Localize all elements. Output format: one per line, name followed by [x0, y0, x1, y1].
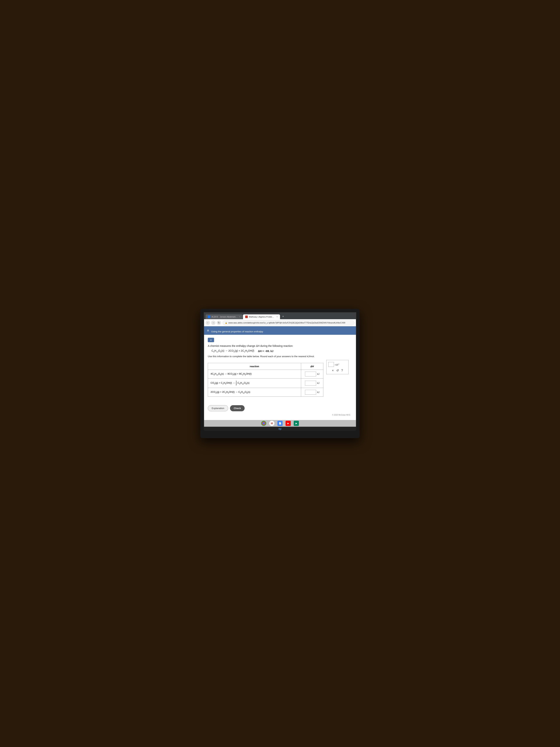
unit-2: kJ	[317, 382, 319, 384]
section-label: THERMOCHEMISTRY	[211, 328, 263, 330]
nav-buttons: ← → ↻	[206, 320, 221, 325]
laptop-bottom: hp	[204, 427, 356, 431]
aleks-tab[interactable]: ALEKS - Jeneen Abdelrahim - Le ×	[206, 314, 243, 319]
right-panel: ×10□ × ↺ ?	[326, 360, 348, 374]
reaction-3: 2CO2(g) + 2C2H5OH(l) → C6H12O6(s)	[208, 388, 301, 396]
panel-buttons: × ↺ ?	[328, 369, 346, 372]
reaction-table: reaction ΔH 4C6H12O6(s) → 8CO2(g) + 8C2H…	[208, 363, 323, 397]
youtube-taskbar-icon[interactable]: ▶	[286, 421, 291, 426]
address-bar-row: ← → ↻ 🔒 www-awu.aleks.com/alekscgi/x/Isl…	[204, 319, 356, 326]
section-title: Using the general properties of reaction…	[211, 330, 263, 333]
play-taskbar-icon[interactable]: ▶	[294, 421, 299, 426]
taskbar: ● M 📄 ▶ ▶	[204, 420, 356, 427]
x10-label: ×10□	[328, 362, 346, 367]
explanation-button[interactable]: Explanation	[208, 405, 228, 411]
answer-input-2[interactable]	[305, 381, 316, 386]
aleks-tab-label: ALEKS - Jeneen Abdelrahim - Le	[212, 316, 238, 318]
main-delta-h: ΔH = −69. kJ	[258, 350, 273, 353]
bottom-buttons: Explanation Check	[208, 405, 352, 413]
copyright: © 2020 McGraw-Hill E	[208, 413, 352, 417]
answer-2-cell: kJ	[301, 379, 323, 388]
hp-logo: hp	[278, 428, 282, 430]
help-button[interactable]: ?	[341, 369, 343, 372]
gmail-icon-symbol: M	[271, 422, 273, 425]
x10-text: ×10□	[335, 363, 339, 366]
problem-text: A chemist measures the enthalpy change Δ…	[208, 344, 352, 347]
main-reaction-formula: C6H12O6(s) → 2CO2(g) + 2C2H5OH(l)	[212, 349, 254, 353]
page-content: ≡ THERMOCHEMISTRY Using the general prop…	[204, 326, 356, 420]
lock-icon: 🔒	[225, 322, 227, 324]
forward-button[interactable]: →	[211, 320, 216, 325]
gmail-taskbar-icon[interactable]: M	[269, 421, 274, 426]
answer-input-1[interactable]	[305, 372, 316, 377]
reaction-2: CO2(g) + C2H5OH(l) → 12 C6H12O6(s)	[208, 379, 301, 388]
unit-3: kJ	[317, 391, 319, 393]
table-row: CO2(g) + C2H5OH(l) → 12 C6H12O6(s) kJ	[208, 379, 323, 388]
col-reaction-header: reaction	[208, 363, 301, 370]
table-wrapper: reaction ΔH 4C6H12O6(s) → 8CO2(g) + 8C2H…	[208, 360, 352, 400]
docs-icon-symbol: 📄	[279, 422, 282, 424]
answer-1-cell: kJ	[301, 370, 323, 379]
refresh-button[interactable]: ↻	[217, 320, 221, 325]
address-bar[interactable]: 🔒 www-awu.aleks.com/alekscgi/x/Isl.exe/1…	[222, 320, 354, 325]
mathway-tab-close[interactable]: ×	[276, 315, 278, 318]
col-deltah-header: ΔH	[301, 363, 323, 370]
youtube-icon-symbol: ▶	[287, 422, 289, 424]
chrome-taskbar-icon[interactable]: ●	[261, 421, 266, 426]
x10-input-box[interactable]	[328, 362, 334, 367]
docs-taskbar-icon[interactable]: 📄	[277, 421, 283, 426]
tab-bar: ALEKS - Jeneen Abdelrahim - Le × Mathway…	[206, 314, 354, 319]
play-icon-symbol: ▶	[296, 422, 297, 424]
main-reaction: C6H12O6(s) → 2CO2(g) + 2C2H5OH(l) ΔH = −…	[208, 349, 352, 353]
header-info: THERMOCHEMISTRY Using the general proper…	[211, 328, 263, 333]
clear-button[interactable]: ×	[332, 369, 334, 372]
browser-chrome: ALEKS - Jeneen Abdelrahim - Le × Mathway…	[204, 313, 356, 319]
url-text: www-awu.aleks.com/alekscgi/x/Isl.exe/1o_…	[228, 321, 345, 324]
mathway-favicon	[245, 315, 248, 318]
x10-superscript: □	[338, 363, 339, 365]
instruction-text: Use this information to complete the tab…	[208, 355, 352, 358]
check-button[interactable]: Check	[230, 405, 245, 411]
back-button[interactable]: ←	[206, 320, 210, 325]
hamburger-menu[interactable]: ≡	[207, 329, 209, 333]
answer-input-3[interactable]	[305, 390, 316, 395]
reaction-1: 4C6H12O6(s) → 8CO2(g) + 8C2H5OH(l)	[208, 370, 301, 379]
undo-button[interactable]: ↺	[336, 369, 339, 372]
mathway-tab-label: Mathway | Algebra Problem Solv	[249, 316, 275, 318]
content-area: ∨ A chemist measures the enthalpy change…	[204, 335, 356, 420]
table-row: 4C6H12O6(s) → 8CO2(g) + 8C2H5OH(l) kJ	[208, 370, 323, 379]
page-header: ≡ THERMOCHEMISTRY Using the general prop…	[204, 326, 356, 335]
expand-button[interactable]: ∨	[208, 338, 214, 342]
answer-3-cell: kJ	[301, 388, 323, 396]
aleks-favicon	[208, 315, 210, 318]
table-row: 2CO2(g) + 2C2H5OH(l) → C6H12O6(s) kJ	[208, 388, 323, 396]
aleks-tab-close[interactable]: ×	[239, 315, 240, 318]
unit-1: kJ	[317, 373, 319, 375]
mathway-tab[interactable]: Mathway | Algebra Problem Solv ×	[243, 314, 280, 319]
new-tab-button[interactable]: +	[281, 314, 286, 319]
